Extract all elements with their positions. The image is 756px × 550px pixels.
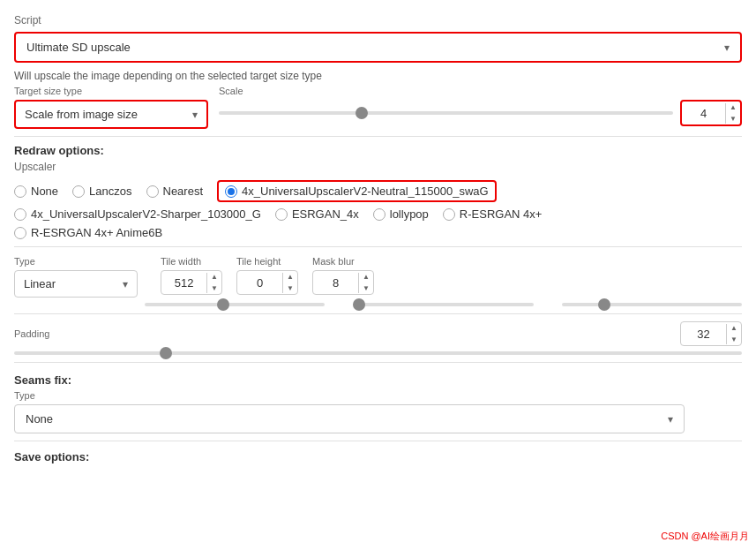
radio-esrgan4x[interactable]: ESRGAN_4x xyxy=(275,207,359,221)
radio-circle-lollypop[interactable] xyxy=(373,208,385,221)
upscaler-row-3: R-ESRGAN 4x+ Anime6B xyxy=(14,226,742,239)
radio-circle-universalv2[interactable] xyxy=(225,185,237,198)
divider-2 xyxy=(14,246,742,247)
tile-width-slider[interactable] xyxy=(145,303,325,306)
scale-label: Scale xyxy=(219,86,742,96)
type-dropdown[interactable]: Linear ▾ xyxy=(14,270,138,298)
radio-resrgan4xanime[interactable]: R-ESRGAN 4x+ Anime6B xyxy=(14,226,162,239)
mask-blur-block: Mask blur 8 ▲ ▼ xyxy=(312,256,374,295)
divider-5 xyxy=(14,441,742,441)
scale-slider-track[interactable] xyxy=(219,111,673,115)
target-size-value: Scale from image size xyxy=(25,108,138,121)
mask-blur-value[interactable]: 8 xyxy=(313,273,359,293)
padding-label: Padding xyxy=(14,328,673,339)
radio-label-esrgan4x: ESRGAN_4x xyxy=(292,207,359,221)
padding-slider[interactable] xyxy=(14,351,742,355)
scale-down-arrow[interactable]: ▼ xyxy=(726,113,740,124)
save-options-label: Save options: xyxy=(14,450,742,463)
radio-label-resrgan4x: R-ESRGAN 4x+ xyxy=(460,207,543,221)
mask-blur-arrows[interactable]: ▲ ▼ xyxy=(359,271,373,294)
scale-arrows[interactable]: ▲ ▼ xyxy=(726,102,740,124)
tile-height-up[interactable]: ▲ xyxy=(283,271,297,283)
tile-height-thumb[interactable] xyxy=(353,298,365,311)
radio-label-universalv2: 4x_UniversalUpscalerV2-Neutral_115000_sw… xyxy=(242,185,489,198)
radio-label-none: None xyxy=(31,185,58,198)
tile-width-block: Tile width 512 ▲ ▼ xyxy=(161,256,222,295)
padding-arrows[interactable]: ▲ ▼ xyxy=(727,322,741,345)
script-chevron: ▾ xyxy=(724,41,730,54)
padding-value[interactable]: 32 xyxy=(681,324,727,344)
seams-type-chevron: ▾ xyxy=(668,413,673,426)
radio-sharper[interactable]: 4x_UniversalUpscalerV2-Sharper_103000_G xyxy=(14,207,261,221)
description-text: Will upscale the image depending on the … xyxy=(14,70,742,82)
tile-height-arrows[interactable]: ▲ ▼ xyxy=(283,271,297,294)
scale-slider-thumb[interactable] xyxy=(356,107,368,119)
script-dropdown[interactable]: Ultimate SD upscale ▾ xyxy=(14,32,742,63)
tile-height-value[interactable]: 0 xyxy=(237,273,283,293)
seams-type-value: None xyxy=(26,412,53,426)
radio-nearest[interactable]: Nearest xyxy=(146,185,204,198)
scale-block: Scale 4 ▲ ▼ xyxy=(219,86,742,126)
target-size-chevron: ▾ xyxy=(192,109,198,121)
scale-row: 4 ▲ ▼ xyxy=(219,100,742,126)
radio-label-lanczos: Lanczos xyxy=(89,185,131,198)
watermark: CSDN @AI绘画月月 xyxy=(661,530,749,543)
radio-label-nearest: Nearest xyxy=(163,185,204,198)
type-value: Linear xyxy=(24,277,56,290)
target-size-dropdown[interactable]: Scale from image size ▾ xyxy=(14,100,208,129)
padding-up[interactable]: ▲ xyxy=(727,322,741,334)
padding-spinner[interactable]: 32 ▲ ▼ xyxy=(680,321,742,346)
tile-width-spinner[interactable]: 512 ▲ ▼ xyxy=(161,270,222,295)
radio-circle-resrgan4x[interactable] xyxy=(443,208,455,221)
scale-value[interactable]: 4 xyxy=(682,103,726,124)
radio-lollypop[interactable]: lollypop xyxy=(373,207,429,221)
radio-label-sharper: 4x_UniversalUpscalerV2-Sharper_103000_G xyxy=(31,207,261,221)
upscaler-label: Upscaler xyxy=(14,161,742,173)
radio-circle-nearest[interactable] xyxy=(146,185,159,198)
divider-3 xyxy=(14,313,742,314)
tile-width-thumb[interactable] xyxy=(217,298,229,311)
seams-type-label: Type xyxy=(14,390,742,401)
tile-width-value[interactable]: 512 xyxy=(161,273,207,293)
padding-row: Padding 32 ▲ ▼ xyxy=(14,321,742,346)
radio-circle-sharper[interactable] xyxy=(14,208,26,221)
seams-fix-label: Seams fix: xyxy=(14,373,742,387)
type-chevron: ▾ xyxy=(123,278,128,290)
mask-blur-thumb[interactable] xyxy=(598,298,610,311)
radio-label-resrgan4xanime: R-ESRGAN 4x+ Anime6B xyxy=(31,226,162,239)
radio-label-lollypop: lollypop xyxy=(390,207,429,221)
radio-none[interactable]: None xyxy=(14,185,58,198)
radio-resrgan4x[interactable]: R-ESRGAN 4x+ xyxy=(443,207,543,221)
mask-blur-slider[interactable] xyxy=(562,303,742,306)
tile-height-spinner[interactable]: 0 ▲ ▼ xyxy=(236,270,298,295)
radio-circle-resrgan4xanime[interactable] xyxy=(14,227,26,239)
radio-lanczos[interactable]: Lanczos xyxy=(72,185,131,198)
tile-width-label: Tile width xyxy=(161,256,222,267)
padding-down[interactable]: ▼ xyxy=(727,334,741,345)
radio-circle-lanczos[interactable] xyxy=(72,185,85,198)
type-tile-row: Type Linear ▾ Tile width 512 ▲ ▼ Tile he… xyxy=(14,256,742,298)
radio-circle-none[interactable] xyxy=(14,185,26,198)
mask-blur-up[interactable]: ▲ xyxy=(359,271,373,283)
scale-spinner[interactable]: 4 ▲ ▼ xyxy=(680,100,742,126)
seams-type-dropdown[interactable]: None ▾ xyxy=(14,404,685,433)
mask-blur-down[interactable]: ▼ xyxy=(359,283,373,294)
divider-4 xyxy=(14,362,742,363)
tile-height-down[interactable]: ▼ xyxy=(283,283,297,294)
mask-blur-label: Mask blur xyxy=(312,256,374,267)
tile-height-slider[interactable] xyxy=(353,303,533,306)
tile-width-up[interactable]: ▲ xyxy=(207,271,221,283)
target-size-label: Target size type xyxy=(14,86,208,96)
radio-circle-esrgan4x[interactable] xyxy=(275,208,288,221)
tile-width-arrows[interactable]: ▲ ▼ xyxy=(207,271,221,294)
mask-blur-spinner[interactable]: 8 ▲ ▼ xyxy=(312,270,374,295)
upscaler-row-1: None Lanczos Nearest 4x_UniversalUpscale… xyxy=(14,180,742,202)
radio-universalv2[interactable]: 4x_UniversalUpscalerV2-Neutral_115000_sw… xyxy=(217,180,497,202)
tile-height-block: Tile height 0 ▲ ▼ xyxy=(236,256,298,295)
tile-width-down[interactable]: ▼ xyxy=(207,283,221,294)
scale-up-arrow[interactable]: ▲ xyxy=(726,102,740,113)
seams-fix-section: Seams fix: Type None ▾ xyxy=(14,373,742,433)
padding-thumb[interactable] xyxy=(160,347,172,359)
redraw-label: Redraw options: xyxy=(14,144,742,157)
target-size-block: Target size type Scale from image size ▾ xyxy=(14,86,208,129)
